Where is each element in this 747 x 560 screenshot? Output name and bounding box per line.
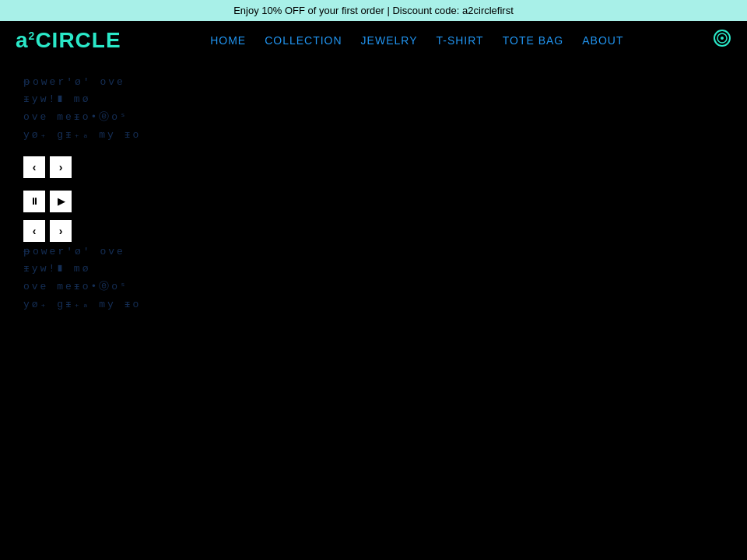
next-button-2[interactable]: › — [50, 220, 72, 242]
main-nav: HOME COLLECTION JEWELRY T-SHIRT TOTE BAG… — [137, 34, 697, 47]
nav-item-totebag[interactable]: TOTE BAG — [503, 34, 564, 47]
logo-text: a2CIRCLE — [16, 30, 121, 51]
logo-circle: CIRCLE — [35, 28, 121, 52]
nav-item-tshirt[interactable]: T-SHIRT — [436, 34, 483, 47]
glitch-line-2-1: ᵽower'ø' ove — [23, 245, 724, 257]
pause-button[interactable]: ⏸ — [23, 191, 45, 212]
nav-item-jewelry[interactable]: JEWELRY — [361, 34, 418, 47]
glitch-line-2-2: ᵻyw!∎ mø — [23, 262, 724, 275]
glitch-line-1-1: ᵽower'ø' ove — [23, 75, 724, 88]
glitch-line-1-3: ove meᵻo•ⓔoˢ — [23, 110, 724, 124]
logo[interactable]: a2CIRCLE — [16, 30, 121, 51]
glitch-section-2: ᵽower'ø' ove ᵻyw!∎ mø ove meᵻo•ⓔoˢ yø₊ g… — [23, 245, 724, 310]
announcement-bar: Enjoy 10% OFF of your first order | Disc… — [0, 0, 747, 21]
header: a2CIRCLE HOME COLLECTION JEWELRY T-SHIRT… — [0, 21, 747, 60]
nav-item-about[interactable]: ABOUT — [582, 34, 623, 47]
nav-item-collection[interactable]: COLLECTION — [265, 34, 342, 47]
svg-point-2 — [721, 37, 724, 40]
announcement-text: Enjoy 10% OFF of your first order | Disc… — [233, 5, 514, 16]
cart-icon[interactable] — [713, 29, 731, 52]
prev-button-2[interactable]: ‹ — [23, 220, 45, 242]
glitch-line-2-4: yø₊ gᵻ₊ₐ my ᵻo — [23, 298, 724, 310]
glitch-line-2-3: ove meᵻo•ⓔoˢ — [23, 279, 724, 293]
prev-button[interactable]: ‹ — [23, 156, 45, 178]
logo-a: a — [16, 28, 29, 52]
nav-controls-2: ‹ › — [23, 220, 724, 242]
playback-controls: ⏸ ▶ — [23, 191, 724, 212]
glitch-section-1: ᵽower'ø' ove ᵻyw!∎ mø ove meᵻo•ⓔoˢ yø₊ g… — [23, 75, 724, 141]
glitch-line-1-4: yø₊ gᵻ₊ₐ my ᵻo — [23, 128, 724, 141]
nav-controls: ‹ › — [23, 156, 724, 178]
main-content: ᵽower'ø' ove ᵻyw!∎ mø ove meᵻo•ⓔoˢ yø₊ g… — [0, 60, 747, 331]
nav-item-home[interactable]: HOME — [210, 34, 246, 47]
next-button[interactable]: › — [50, 156, 72, 178]
play-button[interactable]: ▶ — [50, 191, 72, 212]
glitch-line-1-2: ᵻyw!∎ mø — [23, 93, 724, 105]
